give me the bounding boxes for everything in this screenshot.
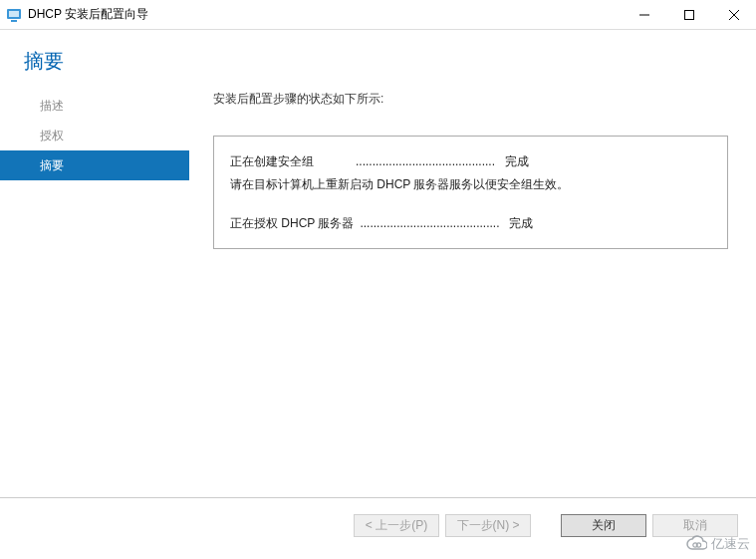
intro-text: 安装后配置步骤的状态如下所示: [213, 91, 728, 108]
wizard-header: 摘要 [0, 30, 756, 85]
sidebar-item-authorize[interactable]: 授权 [0, 121, 189, 150]
wizard-content: 安装后配置步骤的状态如下所示: 正在创建安全组 ................… [189, 85, 756, 497]
svg-rect-2 [11, 20, 17, 22]
maximize-button[interactable] [666, 0, 711, 30]
app-icon [6, 7, 22, 23]
sidebar-item-summary[interactable]: 摘要 [0, 150, 189, 180]
summary-label: 正在授权 DHCP 服务器 [230, 212, 354, 235]
summary-dots: ........................................… [354, 212, 505, 235]
wizard-sidebar: 描述 授权 摘要 [0, 85, 189, 497]
sidebar-item-description[interactable]: 描述 [0, 91, 189, 121]
summary-row-authorize: 正在授权 DHCP 服务器 ..........................… [230, 212, 711, 235]
window-title: DHCP 安装后配置向导 [28, 6, 622, 23]
close-button[interactable] [711, 0, 756, 30]
summary-status: 完成 [501, 150, 529, 173]
summary-info-text: 请在目标计算机上重新启动 DHCP 服务器服务以便安全组生效。 [230, 173, 711, 196]
svg-rect-4 [684, 10, 693, 19]
page-title: 摘要 [24, 48, 732, 75]
next-button[interactable]: 下一步(N) > [445, 514, 531, 537]
watermark-text: 亿速云 [711, 535, 750, 553]
summary-dots: ........................................… [350, 150, 501, 173]
close-wizard-button[interactable]: 关闭 [561, 514, 646, 537]
summary-label: 正在创建安全组 [230, 150, 350, 173]
watermark: 亿速云 [685, 535, 750, 553]
svg-rect-1 [9, 11, 19, 17]
prev-button[interactable]: < 上一步(P) [354, 514, 439, 537]
button-bar: < 上一步(P) 下一步(N) > 关闭 取消 [0, 497, 756, 552]
minimize-button[interactable] [622, 0, 666, 30]
titlebar: DHCP 安装后配置向导 [0, 0, 756, 30]
cancel-button[interactable]: 取消 [652, 514, 738, 537]
summary-box: 正在创建安全组 ................................… [213, 136, 728, 249]
summary-status: 完成 [505, 212, 533, 235]
summary-row-create-group: 正在创建安全组 ................................… [230, 150, 711, 173]
wizard-body: 描述 授权 摘要 安装后配置步骤的状态如下所示: 正在创建安全组 .......… [0, 85, 756, 497]
cloud-icon [685, 535, 707, 553]
